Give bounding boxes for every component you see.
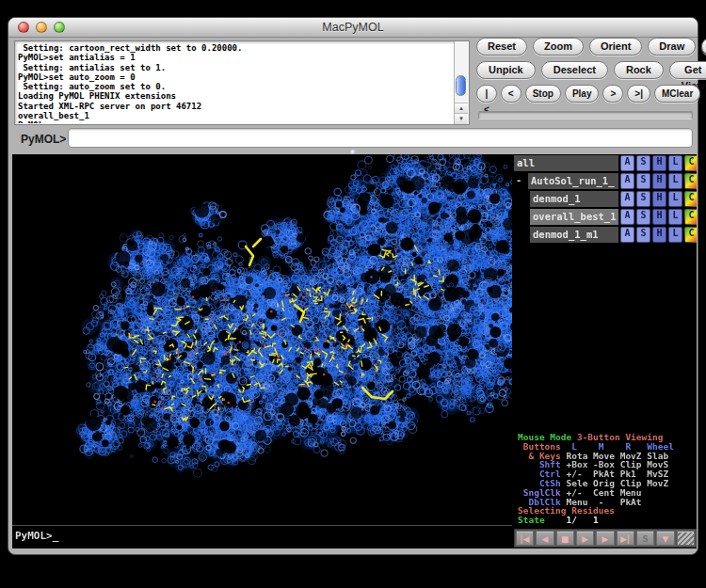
viewport-prompt: PyMOL>_ <box>15 530 58 542</box>
show-menu-button-denmod_1[interactable]: S <box>636 191 650 207</box>
movie-back-button[interactable]: ◀ <box>536 531 554 546</box>
movie-controls: |◀◀■▶▶▶|S▼ <box>514 529 697 548</box>
console-line-6: Started XML-RPC server on port 46712 <box>18 102 453 111</box>
unpick-button[interactable]: Unpick <box>476 61 536 79</box>
window-title: MacPyMOL <box>8 21 698 34</box>
movie-sculpt-button[interactable]: S <box>636 531 654 546</box>
macpymol-window: MacPyMOL Setting: cartoon_rect_width set… <box>8 17 698 555</box>
stop-button[interactable]: Stop <box>525 85 561 103</box>
object-panel: allASHLC-AutoSol_run_1_ASHLCdenmod_1ASHL… <box>514 155 697 245</box>
color-menu-button-overall_best_1[interactable]: C <box>684 209 697 225</box>
reset-button[interactable]: Reset <box>476 38 527 56</box>
action-menu-button-all[interactable]: A <box>620 155 634 171</box>
console-line-7: overall_best_1 <box>18 111 453 120</box>
action-menu-button-denmod_1_m1[interactable]: A <box>620 227 634 243</box>
movie-first-frame-button[interactable]: |◀ <box>516 531 534 546</box>
toolbar-row-3: |<<StopPlay>>|MClear <box>476 85 700 103</box>
label-menu-button-denmod_1[interactable]: L <box>668 191 682 207</box>
color-menu-button-denmod_1_m1[interactable]: C <box>684 227 697 243</box>
object-row-AutoSol_run_1_: -AutoSol_run_1_ASHLC <box>514 173 697 189</box>
movie-last-frame-button[interactable]: ▶| <box>617 531 634 546</box>
movie-stop-button[interactable]: ■ <box>556 531 574 546</box>
object-name-overall_best_1[interactable]: overall_best_1 <box>530 209 618 225</box>
hide-menu-button-denmod_1_m1[interactable]: H <box>652 227 666 243</box>
command-prompt-label: PyMOL> <box>21 133 66 146</box>
object-action-buttons: ASHLC <box>620 173 697 189</box>
deselect-button[interactable]: Deselect <box>541 61 608 79</box>
console-line-1: PyMOL>set antialias = 1 <box>18 53 453 62</box>
color-menu-button-all[interactable]: C <box>684 155 697 171</box>
mouse-mode-panel: Mouse Mode 3-Button Viewing Buttons L M … <box>518 433 697 525</box>
mclear-button[interactable]: MClear <box>654 85 700 103</box>
label-menu-button-all[interactable]: L <box>668 155 682 171</box>
object-action-buttons: ASHLC <box>620 155 697 171</box>
console-line-3: PyMOL>set auto_zoom = 0 <box>18 72 453 82</box>
ray-button[interactable]: Ray <box>701 38 706 56</box>
hide-menu-button-denmod_1[interactable]: H <box>652 191 666 207</box>
screen: MacPyMOL Setting: cartoon_rect_width set… <box>0 0 706 588</box>
step-back-button[interactable]: < <box>501 85 521 103</box>
zoom-button[interactable]: Zoom <box>533 38 584 56</box>
hide-menu-button-AutoSol_run_1_[interactable]: H <box>652 173 666 189</box>
resize-grip[interactable] <box>677 531 695 546</box>
console-line-0: Setting: cartoon_rect_width set to 0.200… <box>18 43 453 53</box>
console-log[interactable]: Setting: cartoon_rect_width set to 0.200… <box>14 40 470 125</box>
object-row-all: allASHLC <box>514 155 697 171</box>
movie-menu-button[interactable]: ▼ <box>656 531 674 546</box>
action-menu-button-overall_best_1[interactable]: A <box>620 209 634 225</box>
scroll-down-button[interactable]: ▼ <box>455 113 468 124</box>
toolbar-row-1: ResetZoomOrientDrawRay <box>476 38 706 56</box>
fast-forward-button[interactable]: >| <box>627 85 650 103</box>
movie-slider-track[interactable] <box>478 111 693 119</box>
scrollbar-thumb[interactable] <box>456 75 466 96</box>
show-menu-button-AutoSol_run_1_[interactable]: S <box>636 173 650 189</box>
toolbar-row-2: UnpickDeselectRockGet View <box>476 61 706 79</box>
mouse-panel-line-9: State 1/ 1 <box>518 516 697 525</box>
collapse-toggle[interactable]: - <box>516 174 521 185</box>
color-menu-button-AutoSol_run_1_[interactable]: C <box>684 173 697 189</box>
label-menu-button-overall_best_1[interactable]: L <box>668 209 682 225</box>
action-menu-button-AutoSol_run_1_[interactable]: A <box>620 173 634 189</box>
movie-forward-button[interactable]: ▶ <box>596 531 614 546</box>
hide-menu-button-all[interactable]: H <box>652 155 666 171</box>
command-input[interactable] <box>68 128 693 148</box>
viewport-prompt-strip: PyMOL>_ <box>12 525 512 548</box>
object-row-overall_best_1: overall_best_1ASHLC <box>514 209 697 225</box>
console-line-8: PyMOL>zoom <box>18 120 453 123</box>
title-bar[interactable]: MacPyMOL <box>8 18 698 38</box>
console-line-2: Setting: antialias set to 1. <box>18 63 453 72</box>
rewind-button[interactable]: |< <box>476 85 497 103</box>
object-action-buttons: ASHLC <box>620 227 697 243</box>
show-menu-button-denmod_1_m1[interactable]: S <box>636 227 650 243</box>
label-menu-button-denmod_1_m1[interactable]: L <box>668 227 682 243</box>
mouse-panel-segment: 1/ 1 <box>566 515 598 525</box>
console-line-4: Setting: auto_zoom set to 0. <box>18 82 453 91</box>
label-menu-button-AutoSol_run_1_[interactable]: L <box>668 173 682 189</box>
mouse-panel-segment: State <box>518 515 566 525</box>
show-menu-button-all[interactable]: S <box>636 155 650 171</box>
object-action-buttons: ASHLC <box>620 209 697 225</box>
console-text: Setting: cartoon_rect_width set to 0.200… <box>18 43 453 123</box>
orient-button[interactable]: Orient <box>589 38 642 56</box>
object-action-buttons: ASHLC <box>620 191 697 207</box>
step-forward-button[interactable]: > <box>602 85 623 103</box>
show-menu-button-overall_best_1[interactable]: S <box>636 209 650 225</box>
action-menu-button-denmod_1[interactable]: A <box>620 191 634 207</box>
object-name-all[interactable]: all <box>514 155 618 171</box>
draw-button[interactable]: Draw <box>648 38 696 56</box>
play-button[interactable]: Play <box>565 85 600 103</box>
color-menu-button-denmod_1[interactable]: C <box>684 191 697 207</box>
movie-play-button[interactable]: ▶ <box>576 531 594 546</box>
hide-menu-button-overall_best_1[interactable]: H <box>652 209 666 225</box>
object-row-denmod_1_m1: denmod_1_m1ASHLC <box>514 227 697 243</box>
object-name-denmod_1[interactable]: denmod_1 <box>530 191 618 207</box>
object-row-denmod_1: denmod_1ASHLC <box>514 191 697 207</box>
object-name-AutoSol_run_1_[interactable]: AutoSol_run_1_ <box>528 173 618 189</box>
object-name-denmod_1_m1[interactable]: denmod_1_m1 <box>530 227 618 243</box>
console-scrollbar[interactable]: ▲ ▼ <box>454 41 469 124</box>
get-view-button[interactable]: Get View <box>669 61 706 79</box>
viewport[interactable]: allASHLC-AutoSol_run_1_ASHLCdenmod_1ASHL… <box>12 154 697 548</box>
rock-button[interactable]: Rock <box>614 61 664 79</box>
console-line-5: Loading PyMOL PHENIX extensions <box>18 91 453 101</box>
